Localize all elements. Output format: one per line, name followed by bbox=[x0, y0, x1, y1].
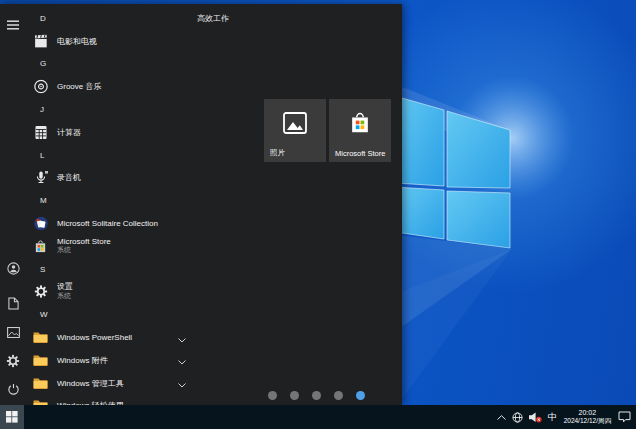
taskbar: 中 20:02 2024/12/12/周四 bbox=[0, 405, 636, 429]
system-tray: 中 20:02 2024/12/12/周四 bbox=[494, 405, 634, 429]
letter-header-g[interactable]: G bbox=[26, 53, 196, 76]
ime-indicator[interactable]: 中 bbox=[545, 405, 560, 429]
expand-menu-button[interactable] bbox=[0, 12, 26, 38]
letter-header-l[interactable]: L bbox=[26, 144, 196, 167]
documents-icon bbox=[8, 297, 19, 310]
app-label: 录音机 bbox=[57, 173, 81, 182]
voice-recorder-icon bbox=[33, 170, 48, 185]
chevron-down-icon[interactable] bbox=[178, 329, 186, 347]
photos-icon bbox=[283, 112, 307, 138]
app-label: Microsoft Store bbox=[57, 238, 111, 247]
settings-gear-icon bbox=[33, 284, 48, 299]
pagination-dot[interactable] bbox=[334, 391, 343, 400]
tile-label: Microsoft Store bbox=[335, 149, 385, 158]
letter-label: D bbox=[26, 14, 46, 23]
tile-microsoft-store[interactable]: Microsoft Store bbox=[329, 99, 391, 162]
letter-label: W bbox=[26, 310, 48, 319]
folder-item-windows-powershell[interactable]: Windows PowerShell bbox=[26, 326, 196, 349]
settings-gear-icon bbox=[6, 354, 20, 368]
hamburger-icon bbox=[7, 20, 19, 30]
app-sublabel: 系统 bbox=[57, 292, 73, 301]
movies-tv-icon bbox=[33, 34, 48, 49]
network-globe-icon bbox=[512, 412, 523, 423]
folder-label: Windows 管理工具 bbox=[57, 379, 124, 388]
folder-label: Windows 附件 bbox=[57, 356, 108, 365]
chevron-down-icon[interactable] bbox=[178, 374, 186, 392]
letter-header-j[interactable]: J bbox=[26, 98, 196, 121]
letter-header-m[interactable]: M bbox=[26, 189, 196, 212]
app-item-calculator[interactable]: 计算器 bbox=[26, 121, 196, 144]
letter-label: S bbox=[26, 265, 45, 274]
documents-button[interactable] bbox=[0, 290, 26, 316]
calculator-icon bbox=[33, 125, 48, 140]
action-center-button[interactable] bbox=[615, 405, 634, 429]
start-menu-panel: D 电影和电视 G Groove 音乐 J 计算器 L 录音 bbox=[0, 4, 402, 405]
store-icon bbox=[33, 239, 48, 254]
groove-music-icon bbox=[33, 79, 48, 94]
windows-logo-icon bbox=[6, 411, 18, 423]
start-menu-rail bbox=[0, 4, 26, 405]
folder-item-windows-accessories[interactable]: Windows 附件 bbox=[26, 349, 196, 372]
pagination-dot-active[interactable] bbox=[356, 391, 365, 400]
app-label: 计算器 bbox=[57, 128, 81, 137]
chevron-down-icon[interactable] bbox=[178, 351, 186, 369]
tile-photos[interactable]: 照片 bbox=[264, 99, 326, 162]
app-text: 设置 系统 bbox=[57, 283, 73, 300]
folder-icon bbox=[33, 353, 48, 368]
app-sublabel: 系统 bbox=[57, 246, 111, 255]
tile-group-header[interactable]: 高效工作 bbox=[197, 13, 229, 24]
store-bag-icon bbox=[349, 111, 371, 139]
app-item-movies-tv[interactable]: 电影和电视 bbox=[26, 30, 196, 53]
pagination-dot[interactable] bbox=[312, 391, 321, 400]
letter-header-w[interactable]: W bbox=[26, 303, 196, 326]
app-item-settings[interactable]: 设置 系统 bbox=[26, 281, 196, 304]
volume-button[interactable] bbox=[526, 405, 545, 429]
app-label: 电影和电视 bbox=[57, 37, 97, 46]
power-icon bbox=[7, 383, 20, 396]
app-label: Groove 音乐 bbox=[57, 82, 101, 91]
volume-muted-icon bbox=[529, 412, 542, 423]
clock-time: 20:02 bbox=[579, 409, 597, 417]
action-center-icon bbox=[618, 411, 631, 423]
app-label: 设置 bbox=[57, 283, 73, 292]
chevron-up-icon bbox=[497, 415, 506, 420]
folder-icon bbox=[33, 330, 48, 345]
pagination-dot[interactable] bbox=[290, 391, 299, 400]
app-item-solitaire[interactable]: Microsoft Solitaire Collection bbox=[26, 212, 196, 235]
folder-item-windows-admin-tools[interactable]: Windows 管理工具 bbox=[26, 372, 196, 395]
user-account-button[interactable] bbox=[0, 255, 26, 281]
letter-label: J bbox=[26, 105, 44, 114]
clock-date: 2024/12/12/周四 bbox=[564, 417, 611, 425]
letter-header-s[interactable]: S bbox=[26, 258, 196, 281]
letter-label: M bbox=[26, 196, 47, 205]
tray-expand-button[interactable] bbox=[494, 405, 509, 429]
app-item-microsoft-store[interactable]: Microsoft Store 系统 bbox=[26, 235, 196, 258]
app-text: Microsoft Store 系统 bbox=[57, 238, 111, 255]
letter-label: L bbox=[26, 151, 44, 160]
taskbar-clock[interactable]: 20:02 2024/12/12/周四 bbox=[560, 409, 615, 425]
letter-label: G bbox=[26, 59, 46, 68]
letter-header-d[interactable]: D bbox=[26, 7, 196, 30]
network-status-button[interactable] bbox=[509, 405, 526, 429]
user-avatar-icon bbox=[6, 261, 21, 276]
tile-label: 照片 bbox=[270, 148, 285, 158]
solitaire-icon bbox=[33, 216, 48, 231]
start-app-list: D 电影和电视 G Groove 音乐 J 计算器 L 录音 bbox=[26, 7, 196, 417]
start-pagination bbox=[268, 391, 365, 400]
folder-icon bbox=[33, 376, 48, 391]
folder-label: Windows PowerShell bbox=[57, 333, 132, 342]
app-label: Microsoft Solitaire Collection bbox=[57, 219, 158, 228]
app-item-groove-music[interactable]: Groove 音乐 bbox=[26, 75, 196, 98]
power-button[interactable] bbox=[0, 376, 26, 402]
settings-button[interactable] bbox=[0, 348, 26, 374]
pictures-button[interactable] bbox=[0, 319, 26, 345]
pictures-icon bbox=[7, 327, 20, 338]
start-button[interactable] bbox=[0, 405, 24, 429]
app-item-voice-recorder[interactable]: 录音机 bbox=[26, 167, 196, 190]
pagination-dot[interactable] bbox=[268, 391, 277, 400]
